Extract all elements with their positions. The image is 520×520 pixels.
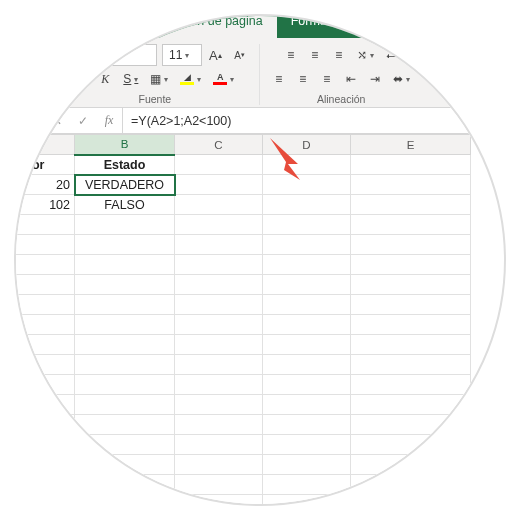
cell-B4[interactable] [75, 215, 175, 235]
cell-A13[interactable] [14, 395, 75, 415]
align-bottom-button[interactable]: ≡ [328, 44, 350, 66]
cell-E4[interactable] [351, 215, 471, 235]
cell-D16[interactable] [263, 455, 351, 475]
orientation-button[interactable]: ⤭▾ [352, 44, 379, 66]
cell-B5[interactable] [75, 235, 175, 255]
cell-A15[interactable] [14, 435, 75, 455]
cell-E6[interactable] [351, 255, 471, 275]
cell-D14[interactable] [263, 415, 351, 435]
cell-D2[interactable] [263, 175, 351, 195]
cell-B2[interactable]: VERDADERO [75, 175, 175, 195]
cell-E3[interactable] [351, 195, 471, 215]
cell-C14[interactable] [175, 415, 263, 435]
cell-B11[interactable] [75, 355, 175, 375]
cell-B18[interactable] [75, 495, 175, 507]
cell-C17[interactable] [175, 475, 263, 495]
fill-color-button[interactable]: ◢▾ [175, 68, 206, 90]
col-header-C[interactable]: C [175, 135, 263, 155]
cell-C16[interactable] [175, 455, 263, 475]
cell-C10[interactable] [175, 335, 263, 355]
cell-B9[interactable] [75, 315, 175, 335]
name-box[interactable]: ▾ [14, 108, 44, 133]
cell-A1[interactable]: valor [14, 155, 75, 175]
cancel-formula-button[interactable]: ✕ [44, 108, 70, 134]
formula-input[interactable]: =Y(A2>1;A2<100) [123, 108, 506, 133]
cell-D18[interactable] [263, 495, 351, 507]
cell-A7[interactable] [14, 275, 75, 295]
cell-E11[interactable] [351, 355, 471, 375]
cell-D6[interactable] [263, 255, 351, 275]
cell-D13[interactable] [263, 395, 351, 415]
cell-E2[interactable] [351, 175, 471, 195]
merge-button[interactable]: ⬌▾ [388, 68, 415, 90]
cell-A3[interactable]: 102 [14, 195, 75, 215]
cell-A14[interactable] [14, 415, 75, 435]
cell-C6[interactable] [175, 255, 263, 275]
cell-B15[interactable] [75, 435, 175, 455]
cell-B7[interactable] [75, 275, 175, 295]
cell-D15[interactable] [263, 435, 351, 455]
font-color-button[interactable]: A▾ [208, 68, 239, 90]
cell-A5[interactable] [14, 235, 75, 255]
cell-A11[interactable] [14, 355, 75, 375]
col-header-E[interactable]: E [351, 135, 471, 155]
cell-B1[interactable]: Estado [75, 155, 175, 175]
cell-E10[interactable] [351, 335, 471, 355]
align-left-button[interactable]: ≡ [268, 68, 290, 90]
copy-button[interactable]: ⧉ [16, 44, 38, 66]
cell-E17[interactable] [351, 475, 471, 495]
cell-E7[interactable] [351, 275, 471, 295]
insert-function-button[interactable]: fx [96, 108, 122, 134]
cell-A17[interactable] [14, 475, 75, 495]
cell-C3[interactable] [175, 195, 263, 215]
col-header-A[interactable]: A [14, 135, 75, 155]
enter-formula-button[interactable]: ✓ [70, 108, 96, 134]
cell-C11[interactable] [175, 355, 263, 375]
borders-button[interactable]: ▦▾ [145, 68, 173, 90]
format-painter-button[interactable]: 🖌 [16, 67, 38, 89]
cell-D12[interactable] [263, 375, 351, 395]
cell-C1[interactable] [175, 155, 263, 175]
cell-D11[interactable] [263, 355, 351, 375]
increase-indent-button[interactable]: ⇥ [364, 68, 386, 90]
worksheet[interactable]: A B C D E 1valorEstado220VERDADERO3102FA… [14, 134, 506, 506]
cell-C7[interactable] [175, 275, 263, 295]
cell-A8[interactable] [14, 295, 75, 315]
cell-C5[interactable] [175, 235, 263, 255]
align-top-button[interactable]: ≡ [280, 44, 302, 66]
cell-C15[interactable] [175, 435, 263, 455]
shrink-font-button[interactable]: A▾ [229, 44, 251, 66]
cell-B8[interactable] [75, 295, 175, 315]
cell-B17[interactable] [75, 475, 175, 495]
underline-button[interactable]: S▾ [118, 68, 143, 90]
tab-insertar[interactable]: Insertar [56, 14, 126, 38]
wrap-text-button[interactable]: ⮐ [381, 44, 403, 66]
cell-D1[interactable] [263, 155, 351, 175]
cell-B3[interactable]: FALSO [75, 195, 175, 215]
cell-A2[interactable]: 20 [14, 175, 75, 195]
bold-button[interactable]: N [70, 68, 92, 90]
col-header-D[interactable]: D [263, 135, 351, 155]
cell-B13[interactable] [75, 395, 175, 415]
cell-A18[interactable] [14, 495, 75, 507]
cell-E16[interactable] [351, 455, 471, 475]
cell-E1[interactable] [351, 155, 471, 175]
cell-E15[interactable] [351, 435, 471, 455]
font-name-combo[interactable]: Calibri▾ [59, 44, 157, 66]
cell-C18[interactable] [175, 495, 263, 507]
cell-A4[interactable] [14, 215, 75, 235]
cell-C13[interactable] [175, 395, 263, 415]
col-header-B[interactable]: B [75, 135, 175, 155]
align-middle-button[interactable]: ≡ [304, 44, 326, 66]
cell-D5[interactable] [263, 235, 351, 255]
cell-B12[interactable] [75, 375, 175, 395]
cell-C8[interactable] [175, 295, 263, 315]
cell-D7[interactable] [263, 275, 351, 295]
cell-C4[interactable] [175, 215, 263, 235]
cell-B16[interactable] [75, 455, 175, 475]
cell-D9[interactable] [263, 315, 351, 335]
cell-C9[interactable] [175, 315, 263, 335]
cell-E5[interactable] [351, 235, 471, 255]
cell-D8[interactable] [263, 295, 351, 315]
cell-D10[interactable] [263, 335, 351, 355]
